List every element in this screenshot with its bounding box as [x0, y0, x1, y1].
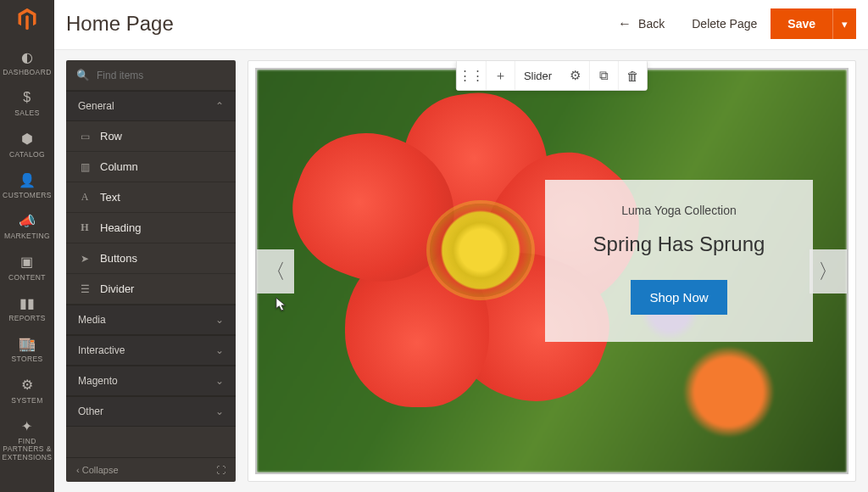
collapse-panel-button[interactable]: ‹ Collapse — [76, 465, 119, 475]
group-general[interactable]: General ⌃ — [66, 91, 236, 121]
nav-label: CATALOG — [9, 151, 45, 159]
group-other[interactable]: Other⌄ — [66, 396, 236, 427]
chevron-down-icon: ⌄ — [215, 314, 224, 326]
back-button[interactable]: ← Back — [604, 9, 678, 38]
component-text[interactable]: AText — [66, 182, 236, 213]
component-label: Buttons — [100, 252, 137, 265]
gauge-icon: ◐ — [19, 48, 36, 65]
nav-customers[interactable]: 👤CUSTOMERS — [0, 165, 54, 206]
slider-element[interactable]: 〈 〉 Luma Yoga Collection Spring Has Spru… — [255, 68, 849, 474]
delete-button[interactable]: 🗑 — [618, 61, 647, 90]
group-interactive[interactable]: Interactive⌄ — [66, 335, 236, 366]
nav-label: DASHBOARD — [3, 69, 51, 76]
slider-prev-button[interactable]: 〈 — [257, 249, 294, 294]
slider-next-button[interactable]: 〉 — [810, 249, 847, 294]
copy-icon: ⧉ — [599, 68, 609, 83]
delete-page-button[interactable]: Delete Page — [678, 10, 771, 37]
components-search: 🔍 — [66, 60, 236, 91]
store-icon: 🏬 — [19, 335, 36, 352]
component-buttons[interactable]: ➤Buttons — [66, 243, 236, 274]
nav-catalog[interactable]: ⬢CATALOG — [0, 125, 54, 165]
chevron-down-icon: ⌄ — [215, 375, 224, 387]
triangle-down-icon: ▾ — [842, 18, 848, 31]
nav-stores[interactable]: 🏬STORES — [0, 329, 54, 370]
nav-marketing[interactable]: 📣MARKETING — [0, 206, 54, 247]
puzzle-icon: ✦ — [19, 417, 36, 434]
delete-label: Delete Page — [692, 17, 757, 31]
drag-handle-icon[interactable]: ⋮⋮ — [457, 61, 486, 90]
bars-icon: ▮▮ — [19, 294, 36, 311]
text-icon: A — [78, 191, 92, 204]
nav-label: SYSTEM — [11, 397, 42, 405]
component-label: Column — [100, 160, 138, 173]
canvas: ⋮⋮ ＋ Slider ⚙ ⧉ 🗑 〈 〉 — [248, 60, 856, 482]
duplicate-button[interactable]: ⧉ — [589, 61, 618, 90]
slide-cta-button[interactable]: Shop Now — [631, 280, 726, 315]
nav-label: CUSTOMERS — [3, 192, 52, 199]
group-label: General — [78, 100, 114, 112]
chevron-right-icon: 〉 — [818, 258, 838, 285]
nav-label: FIND PARTNERS & EXTENSIONS — [2, 438, 53, 461]
back-label: Back — [638, 17, 665, 31]
component-row[interactable]: ▭Row — [66, 121, 236, 152]
nav-reports[interactable]: ▮▮REPORTS — [0, 288, 54, 329]
element-type-label: Slider — [515, 61, 560, 90]
slide-headline: Spring Has Sprung — [565, 232, 793, 256]
megaphone-icon: 📣 — [19, 212, 36, 229]
topbar: Home Page ← Back Delete Page Save ▾ — [54, 0, 868, 50]
nav-sales[interactable]: $SALES — [0, 83, 54, 124]
component-column[interactable]: ▥Column — [66, 152, 236, 182]
magento-logo-icon — [14, 5, 41, 32]
settings-button[interactable]: ⚙ — [560, 61, 589, 90]
slide-overlay-card: Luma Yoga Collection Spring Has Sprung S… — [545, 180, 813, 342]
chevron-up-icon: ⌃ — [215, 100, 224, 112]
search-input[interactable] — [97, 70, 225, 81]
component-label: Heading — [100, 221, 141, 234]
group-label: Magento — [78, 375, 118, 387]
column-icon: ▥ — [78, 161, 92, 173]
search-icon: 🔍 — [76, 69, 90, 81]
nav-find-partners[interactable]: ✦FIND PARTNERS & EXTENSIONS — [0, 411, 54, 468]
component-label: Text — [100, 191, 120, 204]
dollar-icon: $ — [19, 89, 36, 106]
arrow-left-icon: ← — [618, 16, 632, 31]
nav-content[interactable]: ▣CONTENT — [0, 248, 54, 288]
component-label: Divider — [100, 282, 134, 295]
group-media[interactable]: Media⌄ — [66, 305, 236, 335]
collapse-label: Collapse — [82, 465, 119, 475]
nav-label: CONTENT — [8, 274, 46, 282]
nav-label: MARKETING — [4, 232, 50, 240]
chevron-down-icon: ⌄ — [215, 405, 224, 417]
nav-label: STORES — [11, 355, 42, 363]
gear-icon: ⚙ — [19, 377, 36, 394]
admin-sidebar: ◐DASHBOARD $SALES ⬢CATALOG 👤CUSTOMERS 📣M… — [0, 0, 54, 492]
person-icon: 👤 — [19, 171, 36, 188]
nav-dashboard[interactable]: ◐DASHBOARD — [0, 42, 54, 83]
chevron-left-icon: 〈 — [265, 258, 286, 285]
box-icon: ⬢ — [19, 131, 36, 148]
save-button[interactable]: Save — [771, 8, 832, 39]
divider-icon: ☰ — [78, 283, 92, 295]
nav-label: SALES — [14, 109, 39, 117]
components-panel: 🔍 General ⌃ ▭Row ▥Column AText HHeading … — [66, 60, 236, 482]
heading-icon: H — [78, 221, 92, 234]
component-heading[interactable]: HHeading — [66, 213, 236, 243]
component-label: Row — [100, 130, 122, 143]
slide-eyebrow: Luma Yoga Collection — [565, 204, 793, 217]
gear-icon: ⚙ — [570, 68, 581, 83]
group-label: Other — [78, 405, 103, 417]
fullscreen-icon[interactable]: ⛶ — [216, 465, 225, 475]
group-label: Media — [78, 314, 106, 326]
nav-system[interactable]: ⚙SYSTEM — [0, 371, 54, 411]
chevron-down-icon: ⌄ — [215, 344, 224, 356]
save-menu-toggle[interactable]: ▾ — [832, 8, 856, 39]
group-magento[interactable]: Magento⌄ — [66, 366, 236, 396]
add-slide-button[interactable]: ＋ — [486, 61, 515, 90]
component-divider[interactable]: ☰Divider — [66, 274, 236, 305]
element-floating-toolbar: ⋮⋮ ＋ Slider ⚙ ⧉ 🗑 — [456, 60, 648, 91]
page-title: Home Page — [66, 12, 174, 36]
pointer-icon: ➤ — [78, 253, 92, 265]
group-label: Interactive — [78, 344, 125, 356]
plus-icon: ＋ — [494, 68, 507, 84]
row-icon: ▭ — [78, 131, 92, 143]
